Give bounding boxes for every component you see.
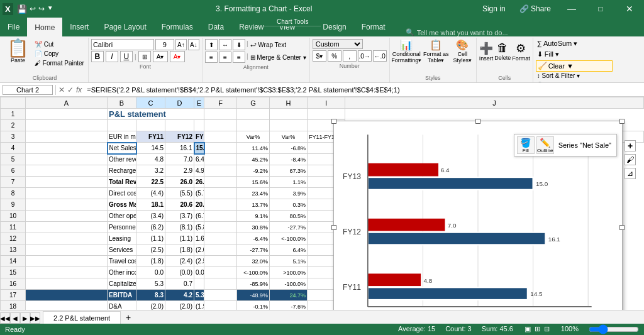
tell-me-box[interactable]: 🔍Tell me what you want to do... — [406, 28, 508, 36]
bar-fy11-red[interactable] — [368, 273, 421, 286]
format-as-table-button[interactable]: 📋 Format as Table▾ — [422, 39, 450, 63]
paste-button[interactable]: 📋 Paste — [4, 38, 32, 65]
tab-file[interactable]: File — [0, 18, 27, 36]
row-header[interactable]: 9 — [1, 199, 26, 211]
chart-handle-tm[interactable] — [475, 119, 480, 124]
row-header[interactable]: 10 — [1, 211, 26, 222]
underline-button[interactable]: U — [120, 51, 133, 62]
row-header[interactable]: 13 — [1, 244, 26, 256]
sheet-nav-left[interactable]: ◀◀ — [0, 312, 10, 324]
share-button[interactable]: 🔗 Share — [513, 0, 557, 18]
row-header[interactable]: 3 — [1, 131, 26, 143]
row-header[interactable]: 14 — [1, 256, 26, 267]
confirm-formula-icon[interactable]: ✓ — [67, 85, 74, 94]
sheet-nav-next[interactable]: ▶ — [20, 312, 30, 324]
tab-page-layout[interactable]: Page Layout — [96, 18, 153, 36]
copy-button[interactable]: 📄 Copy — [33, 50, 86, 58]
chart-handle-tl[interactable] — [331, 119, 336, 124]
wrap-text-button[interactable]: ⮐ Wrap Text — [250, 39, 287, 50]
signin-button[interactable]: Sign in — [475, 0, 513, 18]
row-header[interactable]: 1 — [1, 109, 26, 120]
tab-data[interactable]: Data — [201, 18, 231, 36]
sheet-nav-right[interactable]: ▶▶ — [30, 312, 40, 324]
chart-handle-mr[interactable] — [619, 225, 625, 230]
row-header[interactable]: 5 — [1, 154, 26, 165]
col-header-I[interactable]: I — [308, 97, 345, 109]
tab-insert[interactable]: Insert — [62, 18, 96, 36]
delete-button[interactable]: 🗑 Delete — [494, 41, 511, 61]
chart-area[interactable]: FY13 FY12 FY11 - 5.0 10.0 15.0 — [333, 121, 623, 310]
page-break-view-button[interactable]: ⊟ — [543, 325, 551, 334]
tab-format[interactable]: Format — [354, 18, 393, 36]
sort-filter-button[interactable]: ↕ Sort & Filter ▾ — [536, 72, 613, 80]
italic-button[interactable]: I — [106, 51, 118, 62]
row-header[interactable]: 18 — [1, 301, 26, 310]
row-header[interactable]: 4 — [1, 143, 26, 154]
col-header-F[interactable]: F — [204, 97, 237, 109]
col-header-J[interactable]: J — [345, 97, 644, 109]
bar-fy12-red[interactable] — [368, 219, 445, 231]
sheet-nav-prev[interactable]: ◀ — [10, 312, 20, 324]
font-color-button[interactable]: A▾ — [170, 51, 185, 62]
center-align-button[interactable]: ≡ — [219, 52, 231, 63]
increase-font-button[interactable]: A↑ — [175, 39, 187, 50]
tab-design[interactable]: Design — [315, 18, 353, 36]
new-sheet-button[interactable]: + — [121, 311, 136, 324]
chart-handle-ml[interactable] — [331, 225, 336, 230]
format-painter-button[interactable]: 🖌 Format Painter — [33, 59, 86, 67]
align-top-button[interactable]: ⬆ — [205, 39, 218, 50]
insert-function-icon[interactable]: fx — [76, 85, 82, 94]
percent-button[interactable]: % — [328, 50, 341, 62]
col-header-B[interactable]: B — [108, 97, 136, 109]
fill-color-button[interactable]: A▾ — [153, 51, 168, 62]
col-header-G[interactable]: G — [237, 97, 270, 109]
col-header-C[interactable]: C — [136, 97, 165, 109]
redo-icon[interactable]: ↪ — [38, 4, 45, 14]
chart-filter-button[interactable]: ⊿ — [625, 168, 636, 179]
zoom-slider[interactable] — [589, 325, 639, 334]
insert-button[interactable]: ➕ Insert — [479, 41, 494, 62]
number-format-select[interactable]: Custom General Number Currency Percentag… — [313, 39, 363, 49]
col-header-D[interactable]: D — [165, 97, 194, 109]
chart-add-element-button[interactable]: + — [625, 140, 636, 151]
maximize-button[interactable]: □ — [586, 0, 615, 18]
qat-dropdown-icon[interactable]: ▼ — [47, 4, 53, 14]
autosum-button[interactable]: ∑ AutoSum ▾ — [536, 39, 613, 48]
page-layout-view-button[interactable]: ⊞ — [533, 325, 541, 334]
right-align-button[interactable]: ≡ — [233, 52, 245, 63]
row-header[interactable]: 6 — [1, 165, 26, 177]
fill-format-button[interactable]: 🪣 Fill — [517, 136, 535, 154]
sheet-tab-pl[interactable]: 2.2 P&L statement — [43, 311, 121, 324]
col-header-E[interactable]: E — [194, 97, 204, 109]
increase-decimal-button[interactable]: .0→ — [358, 50, 372, 62]
save-icon[interactable]: 💾 — [17, 4, 27, 14]
cut-button[interactable]: ✂️ Cut — [33, 40, 86, 48]
row-header[interactable]: 11 — [1, 222, 26, 233]
bar-fy11-blue[interactable] — [368, 287, 528, 300]
conditional-formatting-button[interactable]: 📊 Conditional Formatting▾ — [392, 39, 421, 63]
bar-fy13-blue[interactable] — [368, 177, 533, 190]
col-header-A[interactable]: A — [26, 97, 108, 109]
merge-center-button[interactable]: ⊞ Merge & Center ▾ — [250, 52, 307, 63]
normal-view-button[interactable]: ▣ — [523, 325, 532, 334]
row-header[interactable]: 12 — [1, 233, 26, 244]
chart-style-button[interactable]: 🖌 — [625, 154, 636, 165]
tab-formulas[interactable]: Formulas — [154, 18, 201, 36]
bold-button[interactable]: B — [91, 51, 104, 62]
tab-home[interactable]: Home — [27, 18, 62, 36]
clear-button[interactable]: 🧹 Clear ▼ — [536, 60, 613, 72]
row-header[interactable]: 2 — [1, 120, 26, 131]
comma-button[interactable]: , — [343, 50, 357, 62]
fill-button[interactable]: ⬇ Fill ▾ — [536, 50, 613, 59]
formula-input[interactable] — [84, 86, 641, 94]
row-header[interactable]: 7 — [1, 177, 26, 188]
font-name-input[interactable] — [91, 39, 154, 50]
cell-styles-button[interactable]: 🎨 Cell Styles▾ — [452, 39, 474, 63]
bar-fy13-red[interactable] — [368, 163, 438, 176]
format-cells-button[interactable]: ⚙ Format — [512, 41, 530, 62]
outline-format-button[interactable]: ✏️ Outline — [536, 136, 554, 154]
bar-fy12-blue[interactable] — [368, 233, 546, 245]
close-button[interactable]: ✕ — [615, 0, 644, 18]
row-header[interactable]: 8 — [1, 188, 26, 199]
currency-button[interactable]: $▾ — [313, 50, 326, 62]
